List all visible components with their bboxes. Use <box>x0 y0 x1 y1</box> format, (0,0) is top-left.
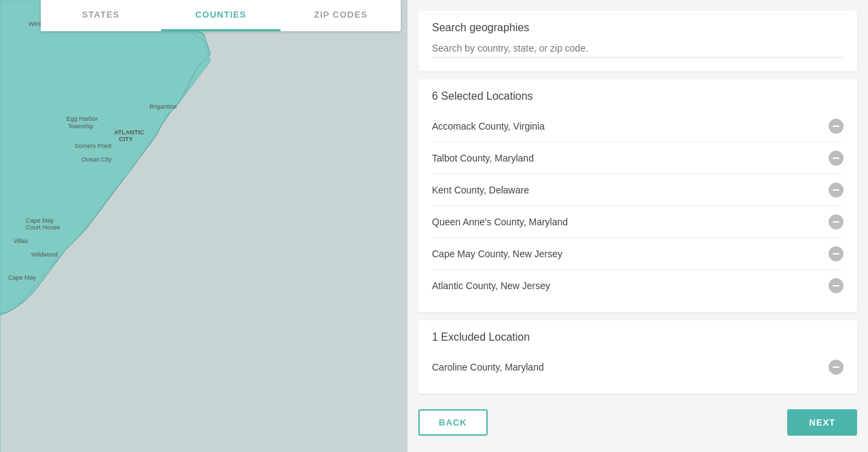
map-label-city: CITY <box>119 136 133 143</box>
map-panel: Winslo Stafford Egg Harbor Township ATLA… <box>0 0 408 452</box>
map-label-brigantine: Brigantine <box>149 103 177 110</box>
map-label-somers-point: Somers Point <box>75 143 112 149</box>
excluded-location-list: Caroline County, Maryland <box>432 352 844 383</box>
next-button[interactable]: NEXT <box>787 409 857 436</box>
back-button[interactable]: BACK <box>418 409 488 436</box>
search-input[interactable] <box>432 43 844 54</box>
location-name: Kent County, Delaware <box>432 185 529 195</box>
list-item: Kent County, Delaware <box>432 174 844 206</box>
list-item: Queen Anne's County, Maryland <box>432 206 844 238</box>
selected-location-list: Accomack County, Virginia Talbot County,… <box>432 111 844 301</box>
location-name: Talbot County, Maryland <box>432 153 534 164</box>
map-label-cape-may-ch: Cape May <box>26 217 54 224</box>
search-input-wrap <box>432 42 844 58</box>
location-name: Queen Anne's County, Maryland <box>432 216 568 227</box>
list-item: Accomack County, Virginia <box>432 111 844 143</box>
excluded-locations-section: 1 Excluded Location Caroline County, Mar… <box>418 320 857 394</box>
tab-counties[interactable]: COUNTIES <box>161 0 281 31</box>
search-section: Search geographies <box>418 11 857 71</box>
location-name: Cape May County, New Jersey <box>432 248 562 259</box>
map-label-court-house: Court House <box>26 224 60 231</box>
map-label-township: Township <box>68 123 94 130</box>
remove-button[interactable] <box>829 278 844 293</box>
remove-button[interactable] <box>829 119 844 134</box>
footer-bar: BACK NEXT <box>418 404 857 441</box>
selected-locations-title: 6 Selected Locations <box>432 90 844 102</box>
location-name: Caroline County, Maryland <box>432 362 544 373</box>
map-label-villas: Villas <box>14 238 29 244</box>
remove-button[interactable] <box>829 183 844 197</box>
map-label-atlantic-city: ATLANTIC <box>114 129 145 136</box>
map-label-cape-may: Cape May <box>8 274 37 281</box>
map-label-wildwood: Wildwood <box>31 251 58 258</box>
map-label-egg-harbor: Egg Harbor <box>67 115 98 122</box>
excluded-locations-title: 1 Excluded Location <box>432 331 844 343</box>
list-item: Cape May County, New Jersey <box>432 238 844 270</box>
selected-locations-section: 6 Selected Locations Accomack County, Vi… <box>418 79 857 312</box>
search-title: Search geographies <box>432 22 844 34</box>
location-name: Atlantic County, New Jersey <box>432 280 550 291</box>
remove-button[interactable] <box>829 151 844 166</box>
right-panel: Search geographies 6 Selected Locations … <box>408 0 868 452</box>
tab-zipcodes[interactable]: ZIP CODES <box>281 0 401 31</box>
location-name: Accomack County, Virginia <box>432 121 545 132</box>
map-label-ocean-city: Ocean City <box>82 156 112 163</box>
tab-bar: STATES COUNTIES ZIP CODES <box>41 0 401 31</box>
list-item: Atlantic County, New Jersey <box>432 270 844 301</box>
list-item: Talbot County, Maryland <box>432 143 844 174</box>
remove-button[interactable] <box>829 246 844 261</box>
tab-states[interactable]: STATES <box>41 0 161 31</box>
remove-button[interactable] <box>829 214 844 229</box>
remove-button[interactable] <box>829 360 844 375</box>
list-item: Caroline County, Maryland <box>432 352 844 383</box>
